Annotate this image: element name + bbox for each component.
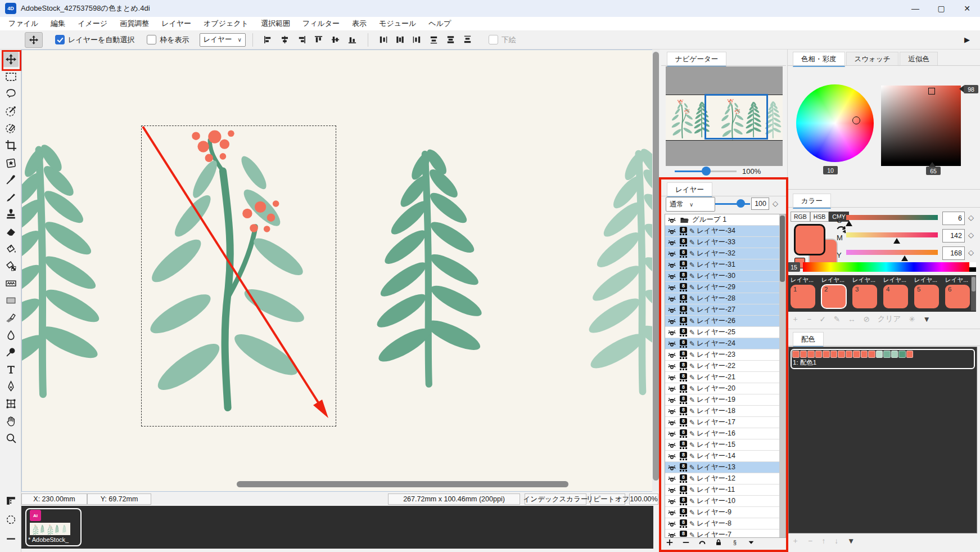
align-top-icon[interactable] xyxy=(312,33,326,47)
eye-icon[interactable] xyxy=(667,249,676,258)
layer-row[interactable]: 8✎レイヤー-13 xyxy=(665,462,785,473)
auto-select-layer-checkbox[interactable]: レイヤーを自動選択 xyxy=(55,35,134,45)
status-repeat-mode[interactable]: リピートオフ xyxy=(590,493,625,505)
color-wheel-marker[interactable] xyxy=(852,116,860,124)
color-toolbar-button-2[interactable]: ✓ xyxy=(819,315,825,324)
eye-icon[interactable] xyxy=(667,362,676,371)
layer-row[interactable]: 8✎レイヤー-10 xyxy=(665,496,785,507)
channel-spinner-Y[interactable]: ◇ xyxy=(968,248,974,257)
color-toolbar-button-0[interactable]: ＋ xyxy=(792,314,800,324)
channel-value-C[interactable]: 6 xyxy=(942,212,965,225)
show-frame-checkbox[interactable]: 枠を表示 xyxy=(147,35,189,45)
layer-row[interactable]: 8✎レイヤー-27 xyxy=(665,304,785,316)
tool-wand-select[interactable] xyxy=(3,104,19,119)
layer-list-scrollbar-thumb[interactable] xyxy=(780,216,785,282)
channel-slider-C[interactable] xyxy=(846,215,938,220)
eye-icon[interactable] xyxy=(667,429,676,438)
swatch-chip[interactable]: 4 xyxy=(883,285,908,308)
channel-marker-M[interactable] xyxy=(893,238,900,244)
tool-stamp[interactable] xyxy=(3,207,19,222)
scheme-toolbar-button-0[interactable]: ＋ xyxy=(792,536,800,546)
layer-row[interactable]: 8✎レイヤー-25 xyxy=(665,327,785,338)
layer-clip-button[interactable]: § xyxy=(731,538,739,548)
blend-mode-dropdown[interactable]: 通常 ∨ xyxy=(666,197,715,212)
mode-HSB[interactable]: HSB xyxy=(810,212,829,222)
dist-center-h-icon[interactable] xyxy=(394,33,407,47)
layer-row[interactable]: 8✎レイヤー-34 xyxy=(665,226,785,237)
maximize-button[interactable]: ▢ xyxy=(928,0,954,17)
menu-イメージ[interactable]: イメージ xyxy=(71,19,114,29)
eye-icon[interactable] xyxy=(667,463,676,472)
tool-brush[interactable] xyxy=(3,190,19,205)
layer-row[interactable]: 8✎レイヤー-17 xyxy=(665,417,785,428)
swatch-chip[interactable]: 3 xyxy=(852,285,877,308)
color-toolbar-button-1[interactable]: − xyxy=(807,315,812,324)
layer-row[interactable]: 8✎レイヤー-26 xyxy=(665,316,785,327)
layer-row[interactable]: 8✎レイヤー-9 xyxy=(665,507,785,518)
menu-表示[interactable]: 表示 xyxy=(346,19,373,29)
minimize-button[interactable]: — xyxy=(902,0,928,17)
menu-ファイル[interactable]: ファイル xyxy=(2,19,44,29)
eye-icon[interactable] xyxy=(667,497,676,506)
layer-row[interactable]: 8✎レイヤー-33 xyxy=(665,237,785,248)
tab-scheme[interactable]: 配色 xyxy=(793,332,824,347)
layer-row[interactable]: 8✎レイヤー-14 xyxy=(665,451,785,462)
channel-slider-M[interactable] xyxy=(846,232,938,237)
color-toolbar-button-8[interactable]: ▼ xyxy=(923,315,931,324)
layer-color-swatch[interactable]: レイヤ...5 xyxy=(914,276,945,312)
layer-plus-button[interactable] xyxy=(666,538,674,548)
tool-pattern-bucket[interactable] xyxy=(3,258,19,273)
tab-navigator[interactable]: ナビゲーター xyxy=(667,52,726,67)
selection-marquee[interactable] xyxy=(141,125,336,427)
scheme-toolbar-button-3[interactable]: ↓ xyxy=(834,537,838,545)
layer-color-swatch[interactable]: レイヤ...2 xyxy=(821,276,852,312)
eye-icon[interactable] xyxy=(667,474,676,483)
eye-icon[interactable] xyxy=(667,351,676,360)
swatch-chip[interactable]: 1 xyxy=(791,285,815,308)
menu-レイヤー[interactable]: レイヤー xyxy=(155,19,197,29)
layer-row[interactable]: 8✎レイヤー-19 xyxy=(665,394,785,406)
menu-画質調整[interactable]: 画質調整 xyxy=(114,19,155,29)
tool-dashed-circle[interactable] xyxy=(3,512,19,527)
align-middle-v-icon[interactable] xyxy=(329,33,342,47)
align-right-icon[interactable] xyxy=(295,33,309,47)
channel-value-Y[interactable]: 168 xyxy=(942,246,965,260)
eye-icon[interactable] xyxy=(667,339,676,348)
layer-dropdown-button[interactable] xyxy=(747,538,755,548)
eye-icon[interactable] xyxy=(667,452,676,461)
color-toolbar-button-6[interactable]: クリア xyxy=(878,314,901,324)
eye-icon[interactable] xyxy=(667,519,676,528)
color-toolbar-button-3[interactable]: ✎ xyxy=(834,315,840,324)
hue-spectrum-bar[interactable] xyxy=(803,262,969,272)
layer-row[interactable]: グループ 1 xyxy=(665,214,785,226)
layer-row[interactable]: 8✎レイヤー-12 xyxy=(665,473,785,484)
tool-filter-box[interactable] xyxy=(3,276,19,291)
eye-icon[interactable] xyxy=(667,306,676,315)
tool-eraser[interactable] xyxy=(3,224,19,239)
tab-picker-2[interactable]: 近似色 xyxy=(900,52,938,66)
layer-row[interactable]: 8✎レイヤー-15 xyxy=(665,439,785,451)
eye-icon[interactable] xyxy=(667,384,676,393)
white-cap[interactable] xyxy=(969,262,976,267)
layer-arc-button[interactable] xyxy=(698,538,706,548)
opacity-value[interactable]: 100 xyxy=(751,198,769,210)
tool-rect-select[interactable] xyxy=(3,69,19,84)
saturation-square[interactable] xyxy=(881,86,961,166)
layer-row[interactable]: 8✎レイヤー-28 xyxy=(665,293,785,304)
tool-smudge[interactable] xyxy=(3,344,19,360)
layer-row[interactable]: 8✎レイヤー-24 xyxy=(665,338,785,349)
eye-icon[interactable] xyxy=(667,531,676,538)
align-bottom-icon[interactable] xyxy=(346,33,359,47)
draft-checkbox[interactable]: 下絵 xyxy=(489,35,516,45)
eye-icon[interactable] xyxy=(667,283,676,292)
opacity-slider-thumb[interactable] xyxy=(737,199,745,208)
tab-layers[interactable]: レイヤー xyxy=(667,182,712,198)
tool-bucket[interactable] xyxy=(3,241,19,257)
color-wheel[interactable] xyxy=(796,84,874,162)
tool-rectangle[interactable] xyxy=(3,293,19,308)
channel-spinner-M[interactable]: ◇ xyxy=(968,231,974,239)
eye-icon[interactable] xyxy=(667,328,676,337)
status-color-mode[interactable]: インデックスカラー xyxy=(525,493,586,505)
scheme-toolbar-button-4[interactable]: ▼ xyxy=(847,537,855,545)
layer-row[interactable]: 8✎レイヤー-21 xyxy=(665,372,785,383)
